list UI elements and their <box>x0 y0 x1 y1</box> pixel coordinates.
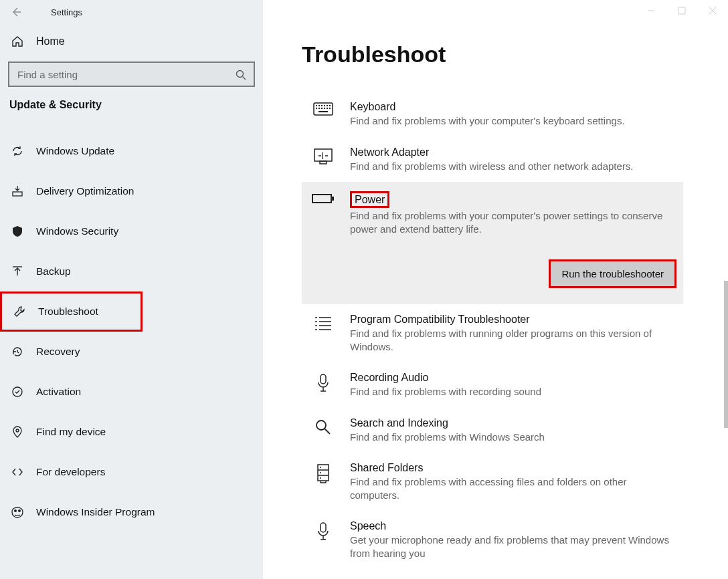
troubleshooter-desc: Find and fix problems with accessing fil… <box>350 475 676 501</box>
svg-rect-6 <box>678 7 685 14</box>
arrow-left-icon <box>11 7 21 17</box>
window-controls <box>636 0 728 21</box>
upload-icon <box>11 265 24 278</box>
sidebar-item-windows-security[interactable]: Windows Security <box>0 211 263 251</box>
svg-point-26 <box>316 421 326 430</box>
content-area: Troubleshoot Keyboard Find and fix probl… <box>263 0 728 579</box>
sidebar-item-label: Activation <box>36 386 81 398</box>
sidebar-item-label: For developers <box>36 466 105 478</box>
search-input[interactable] <box>17 69 228 80</box>
search-container <box>8 62 255 87</box>
sidebar-item-recovery[interactable]: Recovery <box>0 332 263 372</box>
shield-icon <box>11 225 24 238</box>
sidebar-item-for-developers[interactable]: For developers <box>0 452 263 492</box>
troubleshooter-program-compatibility[interactable]: Program Compatibility Troubleshooter Fin… <box>302 304 683 362</box>
troubleshooter-power[interactable]: Power Find and fix problems with your co… <box>302 182 683 304</box>
svg-point-4 <box>14 509 17 512</box>
svg-rect-20 <box>318 111 328 112</box>
sidebar-item-label: Delivery Optimization <box>36 185 134 197</box>
back-button[interactable] <box>0 0 32 24</box>
troubleshooter-desc: Get your microphone ready and fix proble… <box>350 534 676 560</box>
troubleshooter-desc: Find and fix problems with running older… <box>350 327 676 353</box>
svg-rect-17 <box>324 108 325 109</box>
sidebar-item-troubleshoot[interactable]: Troubleshoot <box>0 292 143 332</box>
troubleshooter-name: Power <box>350 191 389 208</box>
troubleshooter-desc: Find and fix problems with wireless and … <box>350 160 676 173</box>
battery-icon <box>311 191 335 288</box>
svg-rect-1 <box>13 192 22 196</box>
sidebar-nav: Windows Update Delivery Optimization Win… <box>0 131 263 532</box>
history-icon <box>11 345 24 358</box>
svg-rect-14 <box>316 108 317 109</box>
run-troubleshooter-button[interactable]: Run the troubleshooter <box>549 259 676 288</box>
network-adapter-icon <box>311 146 335 173</box>
svg-rect-22 <box>320 161 327 164</box>
sidebar-item-delivery-optimization[interactable]: Delivery Optimization <box>0 171 263 211</box>
svg-rect-21 <box>314 149 332 161</box>
close-icon <box>709 7 717 15</box>
svg-point-28 <box>320 467 321 468</box>
sidebar-item-windows-update[interactable]: Windows Update <box>0 131 263 171</box>
svg-rect-16 <box>321 108 323 109</box>
troubleshooter-keyboard[interactable]: Keyboard Find and fix problems with your… <box>302 92 683 137</box>
sync-icon <box>11 144 24 158</box>
app-title: Settings <box>51 7 82 17</box>
sidebar-item-label: Windows Update <box>36 145 114 157</box>
svg-rect-25 <box>321 374 326 384</box>
svg-rect-12 <box>327 105 328 106</box>
svg-rect-8 <box>316 105 317 106</box>
troubleshooter-list: Keyboard Find and fix problems with your… <box>302 92 683 569</box>
sidebar-item-home[interactable]: Home <box>0 24 263 55</box>
troubleshooter-name: Network Adapter <box>350 146 676 158</box>
svg-point-0 <box>237 71 244 78</box>
svg-point-2 <box>13 387 22 396</box>
wrench-icon <box>13 305 26 318</box>
troubleshooter-recording-audio[interactable]: Recording Audio Find and fix problems wi… <box>302 362 683 408</box>
svg-rect-27 <box>318 465 329 481</box>
svg-rect-23 <box>312 195 331 203</box>
sidebar-item-label: Troubleshoot <box>38 306 98 318</box>
minimize-icon <box>647 7 655 15</box>
sidebar-item-label: Recovery <box>36 346 80 358</box>
svg-rect-13 <box>329 105 331 106</box>
troubleshooter-name: Keyboard <box>350 101 676 113</box>
search-icon <box>311 417 335 444</box>
troubleshooter-search-indexing[interactable]: Search and Indexing Find and fix problem… <box>302 408 683 453</box>
server-icon <box>311 462 335 501</box>
home-icon <box>11 35 24 48</box>
search-icon <box>235 69 247 81</box>
page-title: Troubleshoot <box>302 41 728 68</box>
search-box[interactable] <box>8 62 255 87</box>
troubleshooter-name: Speech <box>350 520 676 532</box>
maximize-icon <box>678 7 686 15</box>
troubleshooter-name: Shared Folders <box>350 462 676 474</box>
minimize-button[interactable] <box>636 0 666 21</box>
home-label: Home <box>36 35 65 47</box>
troubleshooter-name: Program Compatibility Troubleshooter <box>350 314 676 326</box>
sidebar-item-find-my-device[interactable]: Find my device <box>0 412 263 452</box>
maximize-button[interactable] <box>666 0 697 21</box>
scrollbar-thumb[interactable] <box>724 281 728 428</box>
svg-rect-11 <box>324 105 325 106</box>
code-icon <box>11 465 24 479</box>
troubleshooter-speech[interactable]: Speech Get your microphone ready and fix… <box>302 511 683 569</box>
settings-window: Settings Home Update & Security Windo <box>0 0 728 579</box>
sidebar-item-activation[interactable]: Activation <box>0 372 263 412</box>
download-box-icon <box>11 185 24 198</box>
microphone-icon <box>311 520 335 560</box>
microphone-icon <box>311 372 335 398</box>
troubleshooter-network-adapter[interactable]: Network Adapter Find and fix problems wi… <box>302 137 683 183</box>
svg-rect-18 <box>327 108 328 109</box>
troubleshooter-desc: Find and fix problems with your computer… <box>350 114 676 128</box>
svg-rect-10 <box>321 105 323 106</box>
svg-point-30 <box>320 477 321 479</box>
sidebar-item-backup[interactable]: Backup <box>0 251 263 292</box>
close-button[interactable] <box>697 0 728 21</box>
svg-point-29 <box>320 472 321 473</box>
svg-rect-31 <box>321 523 326 532</box>
location-icon <box>11 425 24 439</box>
sidebar-item-windows-insider[interactable]: Windows Insider Program <box>0 492 263 532</box>
troubleshooter-shared-folders[interactable]: Shared Folders Find and fix problems wit… <box>302 453 683 511</box>
list-icon <box>311 314 335 353</box>
keyboard-icon <box>311 101 335 128</box>
